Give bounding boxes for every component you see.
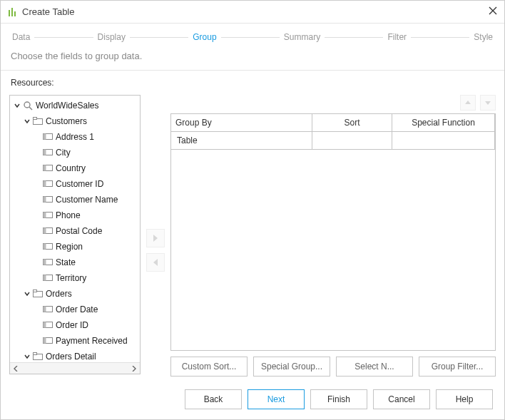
column-header-special[interactable]: Special Function [392,114,495,131]
tree-item-label: Orders Detail [44,352,96,362]
svg-rect-2 [14,11,16,16]
step-separator [221,37,280,38]
scroll-left-icon[interactable] [10,364,21,374]
svg-rect-29 [44,307,46,312]
group-actions: Custom Sort... Special Group... Select N… [170,357,496,377]
field-icon [41,133,54,140]
tree-item[interactable]: Payment Received [10,333,140,349]
move-up-button[interactable] [460,95,476,111]
step-filter[interactable]: Filter [386,31,408,43]
move-down-button[interactable] [480,95,496,111]
back-button[interactable]: Back [185,389,242,409]
field-icon [41,322,54,329]
resources-tree[interactable]: WorldWideSalesCustomersAddress 1CityCoun… [10,96,140,362]
field-icon [41,149,54,156]
tree-item[interactable]: Order ID [10,317,140,333]
tree-item[interactable]: Orders [10,286,140,302]
grid-header: Group By Sort Special Function [171,114,495,132]
select-n-button[interactable]: Select N... [336,357,413,377]
tree-item-label: Customers [44,116,87,126]
tree-item[interactable]: Territory [10,270,140,286]
chevron-down-icon[interactable] [23,291,31,297]
tree-item[interactable]: Orders Detail [10,349,140,362]
tree-item-label: Customer Name [54,195,118,205]
transfer-buttons [146,95,165,377]
step-group[interactable]: Group [191,31,218,43]
chevron-down-icon[interactable] [23,118,31,124]
step-summary[interactable]: Summary [282,31,322,43]
close-icon[interactable] [489,6,497,17]
tree-item-label: State [54,257,76,267]
field-icon [41,165,54,172]
field-icon [41,180,54,188]
svg-rect-11 [44,165,46,171]
step-separator [34,37,93,38]
tree-item-label: Payment Received [54,336,128,346]
svg-rect-21 [44,244,46,250]
scroll-right-icon[interactable] [128,364,140,374]
group-filter-button[interactable]: Group Filter... [419,357,496,377]
chevron-down-icon[interactable] [13,103,21,108]
tree-item[interactable]: Customer Name [10,192,140,208]
resources-tree-container: WorldWideSalesCustomersAddress 1CityCoun… [9,95,141,374]
column-header-groupby[interactable]: Group By [171,114,312,131]
tree-item[interactable]: Phone [10,208,140,223]
wizard-steps: Data Display Group Summary Filter Style [1,24,504,48]
remove-field-button[interactable] [146,253,165,272]
titlebar: Create Table [1,1,504,24]
next-button[interactable]: Next [248,389,305,409]
reorder-buttons [170,95,496,111]
step-display[interactable]: Display [96,31,127,43]
finish-button[interactable]: Finish [310,389,367,409]
tree-item[interactable]: Address 1 [10,129,140,145]
window-title: Create Table [22,6,74,17]
svg-rect-19 [44,228,46,234]
svg-rect-17 [44,212,46,218]
tree-item[interactable]: Order Date [10,302,140,317]
step-data[interactable]: Data [11,31,31,43]
svg-rect-5 [34,118,37,120]
special-group-button[interactable]: Special Group... [253,357,330,377]
tree-item-label: Postal Code [54,226,102,236]
grid-body: Table [171,132,495,350]
folder-icon [31,117,44,126]
tree-item-label: Region [54,242,83,252]
grid-row[interactable]: Table [171,132,495,150]
folder-icon [31,352,44,361]
cell-groupby[interactable]: Table [171,132,312,149]
tree-item-label: Order Date [54,304,98,314]
svg-rect-23 [44,260,46,265]
column-header-sort[interactable]: Sort [312,114,392,131]
tree-item[interactable]: WorldWideSales [10,98,140,113]
group-panel: Group By Sort Special Function Table Cus… [170,95,496,377]
chevron-down-icon[interactable] [23,354,31,359]
tree-item-label: Phone [54,210,81,220]
custom-sort-button[interactable]: Custom Sort... [170,357,248,377]
cell-special[interactable] [392,132,495,149]
field-icon [41,259,54,266]
tree-item[interactable]: State [10,255,140,270]
tree-item-label: Country [54,163,86,173]
field-icon [41,212,54,219]
tree-item-label: Orders [44,289,72,299]
tree-item[interactable]: Region [10,239,140,255]
step-separator [130,37,188,38]
tree-item[interactable]: Country [10,160,140,176]
tree-item[interactable]: City [10,145,140,160]
workarea: WorldWideSalesCustomersAddress 1CityCoun… [1,88,504,377]
field-icon [41,196,54,203]
help-button[interactable]: Help [436,389,493,409]
cancel-button[interactable]: Cancel [373,389,430,409]
add-field-button[interactable] [146,229,165,247]
resources-label: Resources: [1,78,54,88]
field-icon [41,243,54,250]
tree-item[interactable]: Customer ID [10,176,140,192]
svg-rect-25 [44,275,46,281]
group-grid[interactable]: Group By Sort Special Function Table [170,113,496,351]
cell-sort[interactable] [312,132,392,149]
svg-rect-13 [44,181,46,187]
tree-item[interactable]: Postal Code [10,223,140,239]
step-style[interactable]: Style [472,31,494,43]
tree-item[interactable]: Customers [10,113,140,129]
horizontal-scrollbar[interactable] [10,362,140,374]
